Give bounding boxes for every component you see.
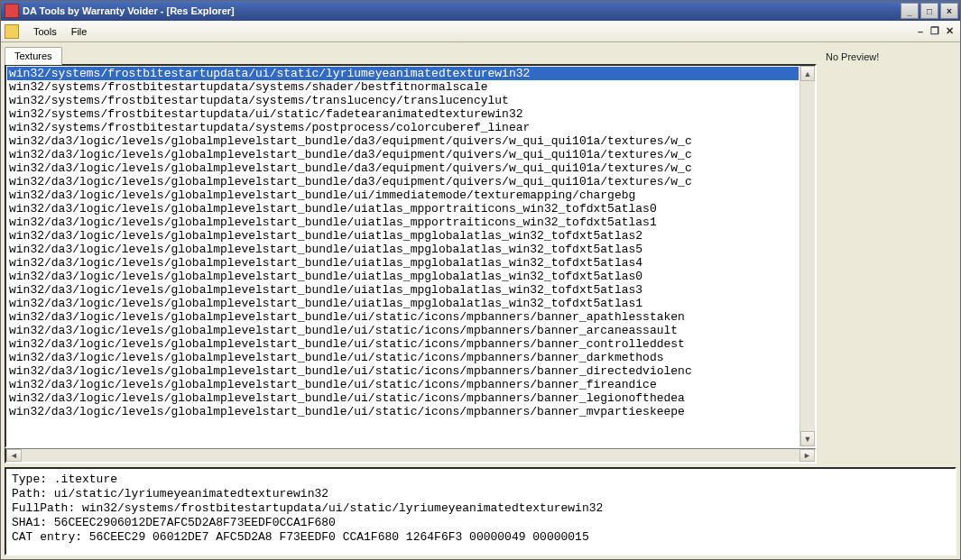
scroll-up-button[interactable]: ▲ [800,66,815,81]
app-window: DA Tools by Warranty Voider - [Res Explo… [0,0,961,560]
preview-pane: No Preview! [822,44,956,464]
list-item[interactable]: win32/da3/logic/levels/globalmplevelstar… [7,310,799,324]
app-icon [5,4,19,18]
menubar: Tools File – ❐ ✕ [1,21,960,42]
client-area: Textures win32/systems/frostbitestartupd… [1,42,960,559]
detail-type: Type: .itexture [12,473,949,487]
list-item[interactable]: win32/da3/logic/levels/globalmplevelstar… [7,216,799,229]
maximize-button[interactable]: □ [920,3,938,19]
list-item[interactable]: win32/da3/logic/levels/globalmplevelstar… [7,202,799,216]
list-item[interactable]: win32/da3/logic/levels/globalmplevelstar… [7,270,799,283]
texture-list[interactable]: win32/systems/frostbitestartupdata/ui/st… [6,66,799,446]
detail-fullpath: FullPath: win32/systems/frostbitestartup… [12,501,949,516]
menu-tools[interactable]: Tools [26,23,64,40]
horizontal-scrollbar[interactable]: ◄ ► [5,448,817,464]
list-item[interactable]: win32/da3/logic/levels/globalmplevelstar… [7,188,799,202]
list-item[interactable]: win32/systems/frostbitestartupdata/syste… [7,80,799,94]
list-item[interactable]: win32/systems/frostbitestartupdata/ui/st… [7,67,799,80]
menu-file[interactable]: File [64,23,95,40]
detail-cat: CAT entry: 56CEEC29 06012DE7 AFC5D2A8 F7… [12,530,949,545]
list-item[interactable]: win32/da3/logic/levels/globalmplevelstar… [7,229,799,243]
no-preview-label: No Preview! [826,51,879,62]
minimize-button[interactable]: _ [901,3,919,19]
scroll-left-button[interactable]: ◄ [6,449,22,462]
list-item[interactable]: win32/da3/logic/levels/globalmplevelstar… [7,324,799,337]
list-item[interactable]: win32/da3/logic/levels/globalmplevelstar… [7,161,799,175]
tab-strip: Textures [5,44,817,64]
list-item[interactable]: win32/da3/logic/levels/globalmplevelstar… [7,391,799,405]
texture-list-container: win32/systems/frostbitestartupdata/ui/st… [5,64,817,448]
scroll-right-button[interactable]: ► [799,449,815,462]
list-item[interactable]: win32/da3/logic/levels/globalmplevelstar… [7,351,799,364]
list-item[interactable]: win32/systems/frostbitestartupdata/syste… [7,94,799,107]
detail-path: Path: ui/static/lyriumeyeanimatedtexture… [12,487,949,501]
tab-textures[interactable]: Textures [5,47,62,65]
close-button[interactable]: × [940,3,958,19]
list-item[interactable]: win32/da3/logic/levels/globalmplevelstar… [7,378,799,391]
scroll-down-button[interactable]: ▼ [800,431,815,446]
list-item[interactable]: win32/da3/logic/levels/globalmplevelstar… [7,148,799,161]
mdi-close-button[interactable]: ✕ [942,25,956,37]
mdi-minimize-button[interactable]: – [913,26,928,37]
list-item[interactable]: win32/da3/logic/levels/globalmplevelstar… [7,283,799,297]
list-item[interactable]: win32/da3/logic/levels/globalmplevelstar… [7,405,799,418]
list-item[interactable]: win32/systems/frostbitestartupdata/syste… [7,121,799,134]
titlebar[interactable]: DA Tools by Warranty Voider - [Res Explo… [1,1,960,21]
mdi-child-icon [5,24,19,39]
detail-sha1: SHA1: 56CEEC2906012DE7AFC5D2A8F73EEDF0CC… [12,516,949,530]
hscroll-track[interactable] [22,449,799,462]
details-panel[interactable]: Type: .itexture Path: ui/static/lyriumey… [5,467,956,555]
list-item[interactable]: win32/da3/logic/levels/globalmplevelstar… [7,243,799,256]
list-item[interactable]: win32/da3/logic/levels/globalmplevelstar… [7,337,799,351]
list-item[interactable]: win32/da3/logic/levels/globalmplevelstar… [7,364,799,378]
list-item[interactable]: win32/da3/logic/levels/globalmplevelstar… [7,134,799,148]
list-item[interactable]: win32/da3/logic/levels/globalmplevelstar… [7,256,799,270]
list-item[interactable]: win32/da3/logic/levels/globalmplevelstar… [7,297,799,310]
scroll-track[interactable] [800,81,815,431]
list-item[interactable]: win32/systems/frostbitestartupdata/ui/st… [7,107,799,121]
window-title: DA Tools by Warranty Voider - [Res Explo… [23,5,901,16]
list-item[interactable]: win32/da3/logic/levels/globalmplevelstar… [7,175,799,188]
vertical-scrollbar[interactable]: ▲ ▼ [799,66,815,446]
mdi-restore-button[interactable]: ❐ [928,25,942,37]
